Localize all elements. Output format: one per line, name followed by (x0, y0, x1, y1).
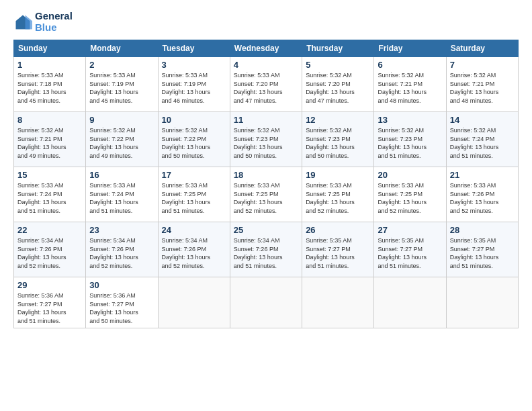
day-number: 1 (17, 60, 82, 70)
svg-marker-1 (26, 15, 33, 29)
day-number: 22 (17, 225, 82, 235)
calendar-week-5: 29Sunrise: 5:36 AM Sunset: 7:27 PM Dayli… (14, 277, 519, 328)
weekday-header-friday: Friday (374, 40, 446, 57)
day-info: Sunrise: 5:34 AM Sunset: 7:26 PM Dayligh… (89, 236, 154, 270)
day-info: Sunrise: 5:35 AM Sunset: 7:27 PM Dayligh… (450, 236, 515, 270)
day-info: Sunrise: 5:32 AM Sunset: 7:21 PM Dayligh… (450, 71, 515, 105)
calendar-cell: 7Sunrise: 5:32 AM Sunset: 7:21 PM Daylig… (446, 57, 518, 112)
day-info: Sunrise: 5:32 AM Sunset: 7:22 PM Dayligh… (162, 126, 226, 160)
day-info: Sunrise: 5:32 AM Sunset: 7:23 PM Dayligh… (378, 126, 442, 160)
day-number: 27 (378, 225, 442, 235)
day-number: 24 (162, 225, 226, 235)
day-number: 21 (450, 170, 515, 180)
weekday-header-thursday: Thursday (302, 40, 374, 57)
calendar-cell: 17Sunrise: 5:33 AM Sunset: 7:25 PM Dayli… (158, 167, 230, 222)
day-info: Sunrise: 5:34 AM Sunset: 7:26 PM Dayligh… (234, 236, 298, 270)
day-info: Sunrise: 5:32 AM Sunset: 7:21 PM Dayligh… (378, 71, 442, 105)
day-info: Sunrise: 5:33 AM Sunset: 7:20 PM Dayligh… (234, 71, 298, 105)
day-number: 20 (378, 170, 442, 180)
day-number: 3 (162, 60, 226, 70)
day-info: Sunrise: 5:32 AM Sunset: 7:20 PM Dayligh… (306, 71, 370, 105)
day-info: Sunrise: 5:33 AM Sunset: 7:25 PM Dayligh… (234, 181, 298, 215)
day-info: Sunrise: 5:33 AM Sunset: 7:24 PM Dayligh… (17, 181, 82, 215)
day-number: 6 (378, 60, 442, 70)
page-header: General Blue (13, 11, 519, 33)
day-info: Sunrise: 5:36 AM Sunset: 7:27 PM Dayligh… (17, 291, 82, 325)
calendar-cell: 26Sunrise: 5:35 AM Sunset: 7:27 PM Dayli… (302, 222, 374, 277)
day-info: Sunrise: 5:32 AM Sunset: 7:24 PM Dayligh… (450, 126, 515, 160)
calendar-cell: 24Sunrise: 5:34 AM Sunset: 7:26 PM Dayli… (158, 222, 230, 277)
weekday-header-sunday: Sunday (14, 40, 86, 57)
calendar-cell (446, 277, 518, 328)
calendar-week-2: 8Sunrise: 5:32 AM Sunset: 7:21 PM Daylig… (14, 112, 519, 167)
day-info: Sunrise: 5:33 AM Sunset: 7:18 PM Dayligh… (17, 71, 82, 105)
day-info: Sunrise: 5:33 AM Sunset: 7:26 PM Dayligh… (450, 181, 515, 215)
calendar-cell (158, 277, 230, 328)
calendar-cell: 10Sunrise: 5:32 AM Sunset: 7:22 PM Dayli… (158, 112, 230, 167)
day-number: 12 (306, 115, 370, 125)
weekday-header-tuesday: Tuesday (158, 40, 230, 57)
day-info: Sunrise: 5:32 AM Sunset: 7:23 PM Dayligh… (306, 126, 370, 160)
calendar-cell: 6Sunrise: 5:32 AM Sunset: 7:21 PM Daylig… (374, 57, 446, 112)
day-number: 25 (234, 225, 298, 235)
calendar-table: SundayMondayTuesdayWednesdayThursdayFrid… (13, 40, 519, 328)
calendar-week-3: 15Sunrise: 5:33 AM Sunset: 7:24 PM Dayli… (14, 167, 519, 222)
calendar-cell: 19Sunrise: 5:33 AM Sunset: 7:25 PM Dayli… (302, 167, 374, 222)
calendar-week-1: 1Sunrise: 5:33 AM Sunset: 7:18 PM Daylig… (14, 57, 519, 112)
calendar-week-4: 22Sunrise: 5:34 AM Sunset: 7:26 PM Dayli… (14, 222, 519, 277)
calendar-cell: 22Sunrise: 5:34 AM Sunset: 7:26 PM Dayli… (14, 222, 86, 277)
logo: General Blue (13, 11, 73, 33)
calendar-cell: 3Sunrise: 5:33 AM Sunset: 7:19 PM Daylig… (158, 57, 230, 112)
day-info: Sunrise: 5:33 AM Sunset: 7:25 PM Dayligh… (306, 181, 370, 215)
day-info: Sunrise: 5:33 AM Sunset: 7:24 PM Dayligh… (89, 181, 154, 215)
day-number: 8 (17, 115, 82, 125)
calendar-cell: 27Sunrise: 5:35 AM Sunset: 7:27 PM Dayli… (374, 222, 446, 277)
day-number: 10 (162, 115, 226, 125)
day-info: Sunrise: 5:33 AM Sunset: 7:25 PM Dayligh… (378, 181, 442, 215)
calendar-cell: 20Sunrise: 5:33 AM Sunset: 7:25 PM Dayli… (374, 167, 446, 222)
calendar-cell: 16Sunrise: 5:33 AM Sunset: 7:24 PM Dayli… (86, 167, 158, 222)
calendar-cell: 28Sunrise: 5:35 AM Sunset: 7:27 PM Dayli… (446, 222, 518, 277)
day-number: 7 (450, 60, 515, 70)
day-info: Sunrise: 5:32 AM Sunset: 7:21 PM Dayligh… (17, 126, 82, 160)
day-info: Sunrise: 5:32 AM Sunset: 7:22 PM Dayligh… (89, 126, 154, 160)
day-number: 17 (162, 170, 226, 180)
day-number: 14 (450, 115, 515, 125)
day-number: 16 (89, 170, 154, 180)
day-info: Sunrise: 5:33 AM Sunset: 7:19 PM Dayligh… (89, 71, 154, 105)
day-number: 29 (17, 280, 82, 290)
calendar-cell: 23Sunrise: 5:34 AM Sunset: 7:26 PM Dayli… (86, 222, 158, 277)
day-info: Sunrise: 5:32 AM Sunset: 7:23 PM Dayligh… (234, 126, 298, 160)
day-number: 11 (234, 115, 298, 125)
calendar-cell: 30Sunrise: 5:36 AM Sunset: 7:27 PM Dayli… (86, 277, 158, 328)
day-info: Sunrise: 5:36 AM Sunset: 7:27 PM Dayligh… (89, 291, 154, 325)
weekday-header-saturday: Saturday (446, 40, 518, 57)
calendar-cell (230, 277, 302, 328)
day-number: 18 (234, 170, 298, 180)
day-number: 23 (89, 225, 154, 235)
calendar-cell: 11Sunrise: 5:32 AM Sunset: 7:23 PM Dayli… (230, 112, 302, 167)
calendar-cell: 12Sunrise: 5:32 AM Sunset: 7:23 PM Dayli… (302, 112, 374, 167)
day-info: Sunrise: 5:35 AM Sunset: 7:27 PM Dayligh… (378, 236, 442, 270)
calendar-cell: 13Sunrise: 5:32 AM Sunset: 7:23 PM Dayli… (374, 112, 446, 167)
day-info: Sunrise: 5:34 AM Sunset: 7:26 PM Dayligh… (17, 236, 82, 270)
day-number: 19 (306, 170, 370, 180)
calendar-cell: 8Sunrise: 5:32 AM Sunset: 7:21 PM Daylig… (14, 112, 86, 167)
day-number: 26 (306, 225, 370, 235)
calendar-cell: 21Sunrise: 5:33 AM Sunset: 7:26 PM Dayli… (446, 167, 518, 222)
calendar-cell: 9Sunrise: 5:32 AM Sunset: 7:22 PM Daylig… (86, 112, 158, 167)
calendar-cell: 18Sunrise: 5:33 AM Sunset: 7:25 PM Dayli… (230, 167, 302, 222)
day-info: Sunrise: 5:33 AM Sunset: 7:19 PM Dayligh… (162, 71, 226, 105)
calendar-cell (374, 277, 446, 328)
day-info: Sunrise: 5:35 AM Sunset: 7:27 PM Dayligh… (306, 236, 370, 270)
day-number: 15 (17, 170, 82, 180)
calendar-cell: 29Sunrise: 5:36 AM Sunset: 7:27 PM Dayli… (14, 277, 86, 328)
calendar-cell: 5Sunrise: 5:32 AM Sunset: 7:20 PM Daylig… (302, 57, 374, 112)
calendar-cell: 25Sunrise: 5:34 AM Sunset: 7:26 PM Dayli… (230, 222, 302, 277)
weekday-header-row: SundayMondayTuesdayWednesdayThursdayFrid… (14, 40, 519, 57)
day-number: 30 (89, 280, 154, 290)
calendar-cell (302, 277, 374, 328)
calendar-cell: 2Sunrise: 5:33 AM Sunset: 7:19 PM Daylig… (86, 57, 158, 112)
calendar-cell: 1Sunrise: 5:33 AM Sunset: 7:18 PM Daylig… (14, 57, 86, 112)
day-number: 13 (378, 115, 442, 125)
